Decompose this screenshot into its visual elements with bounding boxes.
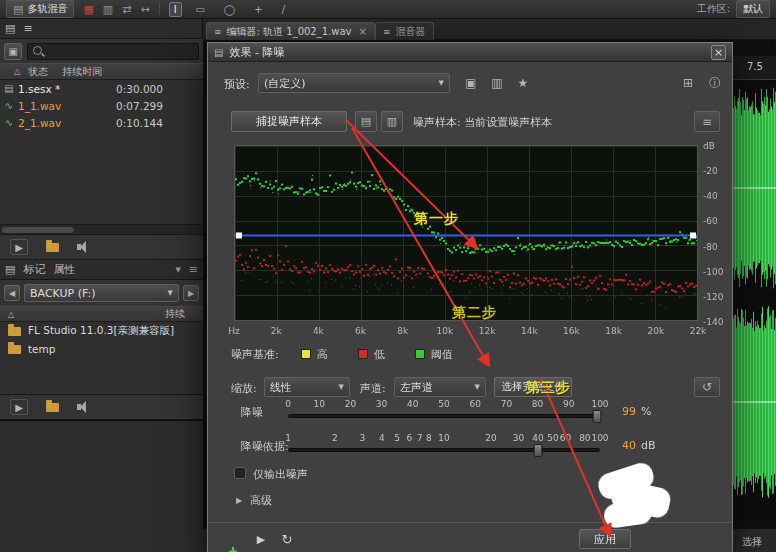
timeline-ruler[interactable]: 7.5 xyxy=(732,56,776,80)
slider-track[interactable] xyxy=(288,448,600,452)
tick-label: 5 xyxy=(394,433,400,443)
apply-button-label: 应用 xyxy=(594,532,616,547)
save-noiseprint-icon[interactable]: ▤ xyxy=(355,111,377,132)
favorite-star-icon[interactable]: ★ xyxy=(512,73,534,93)
dialog-titlebar[interactable]: ▤ 效果 - 降噪 × xyxy=(208,43,732,62)
reduce-by-unit: dB xyxy=(641,439,656,452)
slip-tool-icon[interactable]: ↔ xyxy=(140,4,149,15)
top-toolbar: ▤ 多轨混音 ▦ ▥ ⇄ ↔ I ▭ ◯ + / 工作区: 默认 xyxy=(0,0,776,19)
tab-markers[interactable]: 标记 xyxy=(23,262,45,277)
tree-item[interactable]: temp xyxy=(0,340,203,358)
razor-tool-icon[interactable]: / xyxy=(277,2,290,17)
workspace-selector[interactable]: 默认 xyxy=(736,0,770,18)
files-panel-icon: ▤ xyxy=(5,22,15,35)
import-files-icon[interactable]: ▣ xyxy=(4,43,22,60)
tick-label: 10k xyxy=(437,326,454,336)
tick-label: 6k xyxy=(355,326,366,336)
tab-properties[interactable]: 属性 xyxy=(53,262,75,277)
apply-button[interactable]: 应用 xyxy=(579,529,631,549)
record-panel-icon[interactable]: ▦ xyxy=(83,4,93,15)
close-icon[interactable]: × xyxy=(711,45,726,60)
save-preset-icon[interactable]: ▣ xyxy=(460,73,482,93)
auto-play-icon[interactable] xyxy=(77,241,90,253)
reduction-value[interactable]: 99 xyxy=(622,405,636,418)
files-hscrollbar[interactable] xyxy=(0,224,203,234)
preset-options-icon[interactable]: ⊞ xyxy=(676,73,700,93)
forward-arrow-icon[interactable]: ▶ xyxy=(183,285,199,301)
reduce-by-value[interactable]: 40 xyxy=(622,439,636,452)
file-row[interactable]: ∿ 1_1.wav 0:07.299 xyxy=(0,97,203,114)
new-folder-icon[interactable] xyxy=(46,403,59,412)
move-tool-icon[interactable]: ⇄ xyxy=(122,4,131,15)
play-file-icon[interactable]: ▶ xyxy=(10,399,28,415)
ibeam-tool-icon[interactable]: I xyxy=(169,2,182,17)
preview-play-icon[interactable]: ▶ xyxy=(252,530,270,548)
files-list: ▤ 1.sesx * 0:30.000 ∿ 1_1.wav 0:07.299 ∿… xyxy=(0,80,203,224)
tick-label: 100 xyxy=(591,433,608,443)
marquee-select-tool-icon[interactable]: ▭ xyxy=(191,2,210,17)
drive-selector[interactable]: BACKUP (F:) ▼ xyxy=(24,284,179,302)
session-file-icon: ▤ xyxy=(0,83,18,94)
preset-value: (自定义) xyxy=(264,76,306,91)
tab-mixer[interactable]: ≡ 混音器 xyxy=(375,22,434,40)
scale-selector[interactable]: 线性 ▼ xyxy=(264,377,350,397)
search-input[interactable] xyxy=(48,46,194,57)
step1-annotation: 第一步 xyxy=(414,210,459,228)
info-icon[interactable]: ⓘ xyxy=(704,73,726,93)
noise-floor-graph[interactable] xyxy=(234,145,698,321)
tick-label: 20k xyxy=(647,326,664,336)
graph-options-icon[interactable]: ≡ xyxy=(694,111,720,132)
back-arrow-icon[interactable]: ◀ xyxy=(4,285,20,301)
tick-label: 3 xyxy=(360,433,366,443)
preset-selector[interactable]: (自定义) ▼ xyxy=(258,73,450,93)
file-row[interactable]: ∿ 2_1.wav 0:10.144 xyxy=(0,114,203,131)
lower-left-panel xyxy=(0,420,203,552)
capture-noise-sample-button[interactable]: 捕捉噪声样本 xyxy=(231,111,347,132)
spot-heal-tool-icon[interactable]: + xyxy=(249,2,267,17)
grid-panel-icon[interactable]: ▥ xyxy=(103,4,113,15)
play-file-icon[interactable]: ▶ xyxy=(10,239,28,255)
legend-threshold-swatch xyxy=(415,349,425,359)
chevron-down-icon: ▼ xyxy=(475,383,480,391)
auto-play-icon[interactable] xyxy=(77,401,90,413)
tick-label: -100 xyxy=(703,266,723,276)
noise-reduction-knob[interactable] xyxy=(592,410,601,423)
advanced-label[interactable]: 高级 xyxy=(250,493,272,508)
advanced-expander-icon[interactable]: ▶ xyxy=(236,496,242,505)
panel-menu-icon[interactable]: ≡ xyxy=(189,263,198,276)
reduce-by-slider[interactable]: 1234567810203040506080100 xyxy=(288,433,600,457)
chevron-down-icon: ▼ xyxy=(339,383,344,391)
tick-label: 10 xyxy=(313,399,324,409)
close-tab-icon[interactable]: × xyxy=(359,26,367,37)
channel-selector[interactable]: 左声道 ▼ xyxy=(394,377,486,397)
loop-icon[interactable]: ↻ xyxy=(278,530,296,548)
file-row[interactable]: ▤ 1.sesx * 0:30.000 xyxy=(0,80,203,97)
tick-label: 4 xyxy=(379,433,385,443)
load-noiseprint-icon[interactable]: ▥ xyxy=(381,111,403,132)
waveform-canvas[interactable] xyxy=(732,80,776,520)
timeline-ruler-label: 7.5 xyxy=(747,61,763,72)
tick-label: 12k xyxy=(479,326,496,336)
new-folder-icon[interactable] xyxy=(46,243,59,252)
media-column-header[interactable]: △ 持续 xyxy=(0,306,203,322)
media-panel-footer: ▶ xyxy=(0,394,203,420)
lasso-select-tool-icon[interactable]: ◯ xyxy=(219,2,240,17)
duration-column-label: 持续 xyxy=(165,307,185,321)
freq-axis: Hz2k4k6k8k10k12k14k16k18k20k22k xyxy=(234,325,698,337)
channel-label: 声道: xyxy=(360,381,386,396)
files-column-header[interactable]: △ 状态 持续时间 xyxy=(0,63,203,80)
reset-icon[interactable]: ↺ xyxy=(694,377,720,397)
scrollbar-thumb[interactable] xyxy=(2,227,74,233)
reduce-by-knob[interactable] xyxy=(533,444,542,457)
panel-menu-icon[interactable]: ≡ xyxy=(23,22,32,35)
noise-spectrum-canvas[interactable] xyxy=(235,146,697,320)
tab-editor-label: 编辑器: 轨道 1_002_1.wav xyxy=(227,25,352,39)
tab-editor[interactable]: ≡ 编辑器: 轨道 1_002_1.wav × xyxy=(206,22,375,40)
delete-preset-icon[interactable]: ▥ xyxy=(486,73,508,93)
output-noise-only-checkbox[interactable] xyxy=(234,467,246,479)
noise-reduction-slider[interactable]: 0102030405060708090100 xyxy=(288,399,600,423)
multitrack-view-button[interactable]: ▤ 多轨混音 xyxy=(6,0,74,18)
slider-track[interactable] xyxy=(288,414,600,418)
tree-item[interactable]: FL Studio 11.0.3[亲测兼容版] xyxy=(0,322,203,340)
chevron-down-icon[interactable]: ▼ xyxy=(175,266,180,274)
